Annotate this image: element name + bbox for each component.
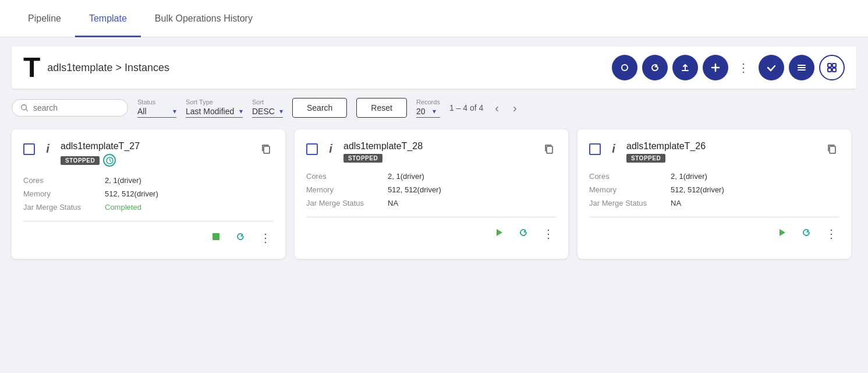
page-prev-button[interactable]: ‹	[493, 99, 501, 117]
card-header-0: i adls1templateT_27 STOPPED	[23, 141, 274, 167]
pagination-info: 1 – 4 of 4	[449, 103, 483, 112]
memory-val-2: 512, 512(driver)	[671, 185, 839, 194]
records-filter: Records 20 10 50 100 ▾	[416, 98, 440, 118]
sort-filter: Sort DESC ASC ▾	[252, 98, 283, 118]
grid-view-button[interactable]	[819, 55, 845, 80]
info-icon-1[interactable]: i	[324, 142, 338, 156]
record-button[interactable]	[612, 55, 637, 80]
play-button-1[interactable]	[491, 225, 506, 243]
search-button[interactable]: Search	[292, 98, 347, 118]
page-next-button[interactable]: ›	[511, 99, 519, 117]
cores-val-1: 2, 1(driver)	[388, 172, 557, 181]
card-title-1: adls1templateT_28	[343, 141, 423, 152]
cards-grid: i adls1templateT_27 STOPPED	[12, 129, 856, 259]
info-icon-2[interactable]: i	[607, 142, 621, 156]
copy-button-2[interactable]	[824, 141, 839, 159]
svg-marker-13	[780, 229, 785, 236]
sort-type-chevron-icon: ▾	[239, 107, 243, 115]
card-details-1: Cores 2, 1(driver) Memory 512, 512(drive…	[306, 172, 557, 207]
instance-card-0: i adls1templateT_27 STOPPED	[12, 129, 285, 259]
svg-rect-3	[832, 64, 836, 67]
more-options-button[interactable]: ⋮	[733, 56, 754, 79]
memory-label-1: Memory	[306, 185, 388, 194]
svg-rect-9	[212, 233, 219, 240]
card-checkbox-0[interactable]	[23, 143, 35, 155]
reset-button[interactable]: Reset	[356, 98, 407, 118]
svg-rect-8	[264, 146, 270, 153]
search-icon	[20, 103, 29, 112]
status-badge-0: STOPPED	[61, 156, 100, 165]
more-instance-button-0[interactable]: ⋮	[257, 228, 274, 247]
card-divider-2	[589, 217, 839, 217]
card-header-2: i adls1templateT_26 STOPPED	[589, 141, 839, 163]
cores-label-0: Cores	[23, 176, 105, 185]
memory-val-1: 512, 512(driver)	[388, 185, 557, 194]
check-button[interactable]	[759, 55, 784, 80]
header-bar: T adls1template > Instances	[12, 47, 856, 89]
jar-val-2: NA	[671, 199, 839, 207]
cores-val-0: 2, 1(driver)	[105, 176, 274, 185]
stop-button-0[interactable]	[208, 229, 224, 247]
cores-label-1: Cores	[306, 172, 388, 181]
filter-bar: Status All Running Stopped Error ▾ Sort …	[12, 98, 856, 118]
svg-rect-12	[830, 146, 835, 153]
card-footer-1: ⋮	[306, 224, 557, 243]
svg-marker-11	[497, 229, 502, 236]
svg-rect-10	[547, 146, 552, 153]
sort-select[interactable]: DESC ASC	[252, 107, 277, 116]
jar-label-1: Jar Merge Status	[306, 199, 388, 207]
jar-label-0: Jar Merge Status	[23, 203, 105, 212]
svg-rect-4	[828, 68, 831, 72]
refresh-instance-button-0[interactable]	[233, 229, 248, 247]
copy-button-0[interactable]	[258, 141, 274, 159]
status-select[interactable]: All Running Stopped Error	[137, 107, 171, 116]
card-details-2: Cores 2, 1(driver) Memory 512, 512(drive…	[589, 172, 839, 207]
logo-letter: T	[23, 54, 40, 82]
status-label: Status	[137, 98, 176, 105]
card-details-0: Cores 2, 1(driver) Memory 512, 512(drive…	[23, 176, 274, 212]
memory-label-0: Memory	[23, 189, 105, 198]
refresh-button[interactable]	[642, 55, 668, 80]
sort-chevron-icon: ▾	[279, 107, 283, 115]
add-button[interactable]	[703, 55, 728, 80]
card-checkbox-1[interactable]	[306, 143, 318, 155]
instance-card-2: i adls1templateT_26 STOPPED C	[578, 129, 851, 259]
card-title-0: adls1templateT_27	[61, 141, 140, 152]
memory-label-2: Memory	[589, 185, 671, 194]
sort-type-select[interactable]: Last Modified Name Created	[186, 107, 237, 116]
tab-template[interactable]: Template	[75, 0, 141, 37]
list-view-button[interactable]	[789, 55, 814, 80]
refresh-instance-button-2[interactable]	[799, 225, 814, 243]
records-select[interactable]: 20 10 50 100	[416, 107, 430, 116]
records-chevron-icon: ▾	[433, 107, 436, 115]
refresh-instance-button-1[interactable]	[516, 225, 531, 243]
status-badge-2: STOPPED	[626, 154, 665, 163]
tab-pipeline[interactable]: Pipeline	[14, 0, 75, 37]
sort-type-label: Sort Type	[186, 98, 243, 105]
jar-val-1: NA	[388, 199, 557, 207]
card-divider-0	[23, 221, 274, 221]
upload-button[interactable]	[672, 55, 698, 80]
card-header-1: i adls1templateT_28 STOPPED	[306, 141, 557, 163]
breadcrumb: adls1template > Instances	[47, 62, 169, 74]
more-instance-button-1[interactable]: ⋮	[540, 224, 557, 243]
header-left: T adls1template > Instances	[23, 54, 169, 82]
info-icon-0[interactable]: i	[41, 142, 55, 156]
search-input[interactable]	[33, 103, 119, 112]
sort-type-filter: Sort Type Last Modified Name Created ▾	[186, 98, 243, 118]
search-input-wrap[interactable]	[12, 99, 128, 117]
more-instance-button-2[interactable]: ⋮	[823, 224, 839, 243]
card-checkbox-2[interactable]	[589, 143, 601, 155]
play-button-2[interactable]	[774, 225, 789, 243]
copy-button-1[interactable]	[541, 141, 557, 159]
instance-card-1: i adls1templateT_28 STOPPED C	[295, 129, 568, 259]
header-actions: ⋮	[612, 55, 845, 80]
status-chevron-icon: ▾	[173, 107, 176, 115]
svg-rect-2	[828, 64, 831, 67]
cores-label-2: Cores	[589, 172, 671, 181]
card-footer-2: ⋮	[589, 224, 839, 243]
tabs-bar: Pipeline Template Bulk Operations Histor…	[0, 0, 868, 37]
tab-bulk-operations[interactable]: Bulk Operations History	[141, 0, 267, 37]
card-title-2: adls1templateT_26	[626, 141, 706, 152]
jar-label-2: Jar Merge Status	[589, 199, 671, 207]
